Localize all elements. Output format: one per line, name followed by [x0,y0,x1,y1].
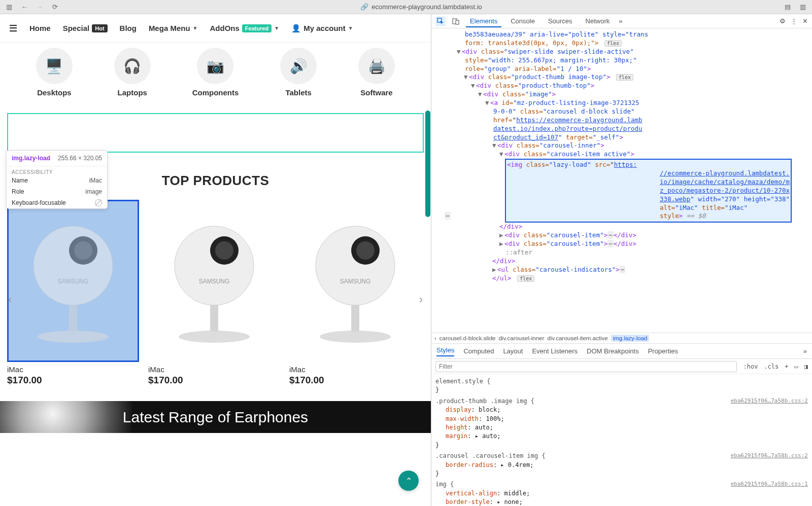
back-icon[interactable]: ← [20,3,28,11]
css-prop-name[interactable]: display [446,406,471,413]
nav-home[interactable]: Home [29,24,51,32]
earphones-banner[interactable]: Latest Range of Earphones [0,401,431,433]
dom-line[interactable]: ▶<div class="carousel-item">⋯</div> [434,231,809,240]
dom-line[interactable]: role="group" aria-label="1 / 10"> [434,65,809,74]
dom-line[interactable]: form: translate3d(0px, 0px, 0px);"> flex [434,39,809,48]
subtab-dom-breakpoints[interactable]: DOM Breakpoints [587,347,639,355]
hamburger-icon[interactable]: ☰ [9,23,17,34]
dom-line[interactable]: ▶<div class="carousel-item">⋯</div> [434,240,809,248]
rule-source[interactable]: eba62915f06…7a58b.css:2 [731,397,808,406]
dom-line[interactable]: ▼<div class="product-thumb image-top"> f… [434,73,809,82]
dom-tree[interactable]: be3583aeuaea/39" aria-live="polite" styl… [431,28,812,333]
category-components[interactable]: 📷 Components [192,48,239,97]
styles-filter-input[interactable] [435,361,737,372]
dom-line[interactable]: datest.io/index.php?route=product/produ [434,125,809,133]
css-prop-value[interactable]: : ▸ auto; [467,432,500,440]
dom-line[interactable]: ▼<div class="swiper-slide swiper-slide-a… [434,48,809,56]
device-toolbar-icon[interactable] [451,16,461,26]
dom-line[interactable]: be3583aeuaea/39" aria-live="polite" styl… [434,30,809,39]
nav-blog[interactable]: Blog [120,24,137,32]
dom-line[interactable]: ▶<ul class="carousel-indicators">⋯ [434,266,809,274]
breadcrumb-item[interactable]: carousel.d-block.slide [439,335,496,341]
scroll-to-top-button[interactable]: ⌃ [398,471,419,491]
subtab-event-listeners[interactable]: Event Listeners [532,347,578,355]
css-prop-name[interactable]: vertical-align [446,490,497,497]
nav-addons[interactable]: AddOns Featured ▼ [210,24,279,32]
css-prop-name[interactable]: height [446,424,467,431]
css-prop-value[interactable]: : middle; [497,490,530,497]
sidebar-toggle-icon[interactable]: ▥ [5,3,13,11]
rule-selector[interactable]: img { [435,480,454,489]
scrollbar-thumb[interactable] [425,111,430,217]
nav-special[interactable]: Special Hot [63,24,108,32]
kebab-menu-icon[interactable]: ⋮ [791,17,797,25]
hov-toggle[interactable]: :hov [743,363,758,370]
dom-line[interactable]: ▼<div class="product-thumb-top"> [434,82,809,90]
rule-source[interactable]: eba62915f06…7a58b.css:2 [731,452,808,460]
dom-line[interactable]: </ul> flex [434,274,809,283]
promo-banner[interactable] [7,113,424,153]
css-prop-value[interactable]: : ▸ none; [490,498,523,505]
cls-toggle[interactable]: .cls [764,363,779,370]
rule-selector[interactable]: .product-thumb .image img { [435,397,534,406]
dom-line-highlighted[interactable]: ⋯ <img class="lazy-load" src="https: //e… [434,159,809,223]
reader-icon[interactable]: ▤ [784,3,792,11]
dom-line[interactable]: ▼<div class="carousel-inner"> [434,141,809,150]
url-bar[interactable]: 🔗 ecommerce-playground.lambdatest.io [66,3,776,11]
category-tablets[interactable]: 🔊 Tablets [280,48,317,97]
dom-line[interactable]: ct&product_id=107" target="_self"> [434,133,809,142]
breadcrumb-item[interactable]: div.carousel-item.active [547,335,607,341]
css-prop-name[interactable]: border-style [446,498,490,505]
tab-console[interactable]: Console [506,15,539,27]
category-laptops[interactable]: 🎧 Laptops [114,48,151,97]
dom-line[interactable]: </div> [434,257,809,266]
css-prop-value[interactable]: : block; [471,406,501,413]
product-card[interactable]: SAMSUNG iMac $170.00 [7,200,139,386]
crumbs-back-icon[interactable]: ‹ [434,335,436,341]
css-prop-name[interactable]: border-radius [446,461,493,468]
css-prop-name[interactable]: max-width [446,415,479,422]
more-tabs-icon[interactable]: » [619,17,622,25]
dom-line[interactable]: href="https://ecommerce-playground.lamb [434,116,809,125]
rule-selector[interactable]: element.style { [435,377,490,386]
dom-line[interactable]: ▼<div class="carousel-item active"> [434,150,809,159]
css-prop-name[interactable]: margin [446,432,467,440]
close-devtools-icon[interactable]: ✕ [802,17,808,25]
dom-line[interactable]: </div> [434,223,809,231]
add-rule-icon[interactable]: + [785,363,788,370]
dom-line[interactable]: ▼<div class="image"> [434,90,809,99]
dom-line[interactable]: 9-0-0" class="carousel d-block slide" [434,107,809,116]
breadcrumb-item[interactable]: div.carousel-inner [498,335,544,341]
subtab-computed[interactable]: Computed [463,347,494,355]
computed-styles-icon[interactable]: ▭ [795,363,798,370]
dom-line[interactable]: ::after [434,248,809,257]
more-subtabs-icon[interactable]: » [803,347,807,355]
product-card[interactable]: SAMSUNG iMac $170.00 [289,200,421,386]
subtab-layout[interactable]: Layout [503,347,523,355]
css-prop-value[interactable]: : ▸ 0.4rem; [493,461,533,468]
carousel-prev-icon[interactable]: ‹ [8,293,12,306]
styles-panel[interactable]: element.style { } .product-thumb .image … [431,374,812,506]
rule-selector[interactable]: .carousel .carousel-item img { [435,452,546,460]
nav-mega-menu[interactable]: Mega Menu ▼ [149,24,198,32]
settings-icon[interactable]: ⚙ [780,17,786,25]
carousel-next-icon[interactable]: › [419,293,423,306]
inspect-element-icon[interactable] [435,16,446,26]
breadcrumb-item-active[interactable]: img.lazy-load [611,335,650,342]
subtab-styles[interactable]: Styles [436,346,454,356]
dom-line[interactable]: style="width: 255.667px; margin-right: 3… [434,56,809,65]
css-prop-value[interactable]: : 100%; [479,415,504,422]
toggle-sidebar-icon[interactable]: ◨ [804,363,808,370]
category-software[interactable]: 🖨️ Software [358,48,395,97]
category-desktops[interactable]: 🖥️ Desktops [36,48,73,97]
rule-source[interactable]: eba62915f06…7a58b.css:1 [731,480,808,489]
dom-line[interactable]: ▼<a id="mz-product-listing-image-3721325 [434,99,809,107]
product-card[interactable]: SAMSUNG iMac $170.00 [148,200,280,386]
nav-account[interactable]: 👤 My account ▼ [291,24,353,33]
dom-breadcrumbs[interactable]: ‹ carousel.d-block.slide div.carousel-in… [431,333,812,344]
tab-sources[interactable]: Sources [544,15,577,27]
css-prop-value[interactable]: : auto; [467,424,493,431]
forward-icon[interactable]: → [36,3,44,11]
tab-elements[interactable]: Elements [466,15,501,27]
tab-network[interactable]: Network [582,15,614,27]
